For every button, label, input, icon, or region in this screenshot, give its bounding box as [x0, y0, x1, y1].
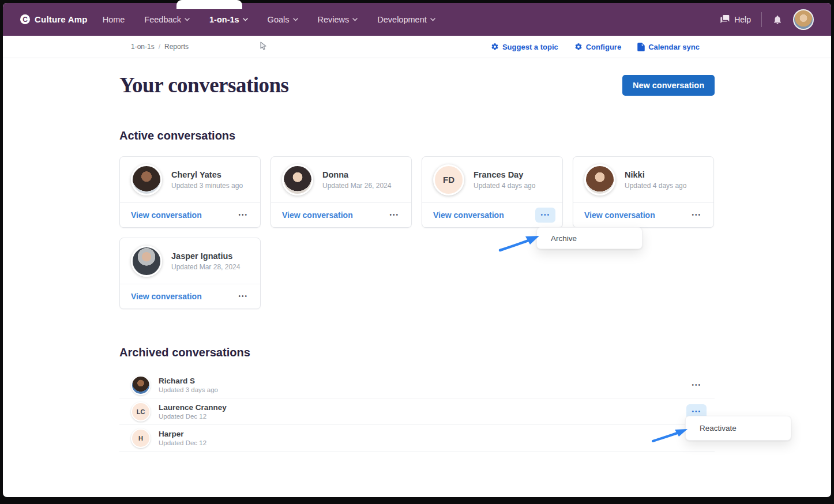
archive-menu-item[interactable]: Archive	[536, 227, 643, 249]
card-footer: View conversation •••	[422, 203, 562, 227]
browser-tab-remnant	[176, 0, 242, 9]
card-top: Jasper Ignatius Updated Mar 28, 2024	[120, 238, 260, 284]
avatar	[131, 246, 162, 277]
conversation-name: Nikki	[625, 170, 686, 179]
app-window: C Culture Amp Home Feedback 1-on-1s Goal…	[3, 3, 831, 497]
card-footer: View conversation •••	[573, 203, 713, 227]
view-conversation-link[interactable]: View conversation	[584, 210, 655, 220]
nav-item-goals[interactable]: Goals	[268, 15, 298, 24]
conversation-name: Frances Day	[474, 170, 535, 179]
archived-row-harper: H Harper Updated Dec 12	[119, 425, 715, 452]
gear-icon	[491, 43, 499, 51]
help-button[interactable]: Help	[720, 15, 751, 24]
main-content: Your conversations New conversation Acti…	[3, 73, 831, 452]
nav-item-label: 1-on-1s	[209, 15, 239, 24]
page-toolbar: Suggest a topic Configure Calendar sync	[491, 43, 700, 51]
breadcrumb-1-on-1s[interactable]: 1-on-1s	[131, 43, 155, 51]
avatar	[282, 164, 313, 195]
conversation-name: Harper	[159, 430, 206, 438]
conversation-card-jasper: Jasper Ignatius Updated Mar 28, 2024 Vie…	[119, 238, 261, 309]
nav-item-development[interactable]: Development	[377, 15, 435, 24]
archived-row-laurence: LC Laurence Cranney Updated Dec 12 •••	[119, 398, 715, 425]
help-label: Help	[734, 15, 751, 24]
user-avatar[interactable]	[793, 9, 814, 30]
conversation-updated: Updated 4 days ago	[625, 182, 686, 190]
suggest-topic-button[interactable]: Suggest a topic	[491, 43, 558, 51]
calendar-sync-label: Calendar sync	[648, 43, 700, 51]
conversation-name: Jasper Ignatius	[171, 251, 240, 261]
kebab-menu-button[interactable]: •••	[686, 208, 707, 223]
view-conversation-link[interactable]: View conversation	[131, 292, 202, 301]
conversation-card-donna: Donna Updated Mar 26, 2024 View conversa…	[271, 156, 412, 228]
conversation-updated: Updated Mar 28, 2024	[171, 263, 240, 271]
avatar-initials: LC	[131, 402, 151, 422]
avatar	[584, 164, 615, 195]
culture-amp-logo-icon: C	[20, 14, 30, 24]
breadcrumb: 1-on-1s / Reports	[131, 43, 189, 51]
card-top: Nikki Updated 4 days ago	[573, 157, 713, 203]
kebab-menu-button[interactable]: •••	[233, 289, 253, 304]
conversation-updated: Updated 3 minutes ago	[171, 182, 243, 190]
page-title: Your conversations	[119, 73, 289, 97]
gear-icon	[574, 43, 583, 51]
view-conversation-link[interactable]: View conversation	[282, 210, 353, 220]
kebab-menu-button[interactable]: •••	[686, 378, 707, 393]
chevron-down-icon	[352, 18, 358, 21]
kebab-menu-button[interactable]: •••	[233, 208, 253, 223]
title-row: Your conversations New conversation	[119, 73, 715, 97]
card-footer: View conversation •••	[120, 284, 260, 309]
document-icon	[637, 43, 645, 51]
kebab-menu-button[interactable]: •••	[384, 208, 404, 223]
conversation-updated: Updated Dec 12	[159, 439, 206, 446]
avatar-initials: FD	[433, 164, 464, 195]
card-top: FD Frances Day Updated 4 days ago	[422, 157, 562, 203]
top-navbar: C Culture Amp Home Feedback 1-on-1s Goal…	[3, 3, 831, 36]
conversation-updated: Updated Mar 26, 2024	[322, 182, 391, 190]
card-footer: View conversation •••	[120, 203, 260, 227]
conversation-updated: Updated 3 days ago	[159, 386, 218, 393]
calendar-sync-button[interactable]: Calendar sync	[637, 43, 700, 51]
configure-label: Configure	[586, 43, 621, 51]
view-conversation-link[interactable]: View conversation	[433, 210, 504, 220]
conversation-name: Donna	[322, 170, 391, 179]
card-top: Cheryl Yates Updated 3 minutes ago	[120, 157, 260, 203]
breadcrumb-separator: /	[159, 43, 160, 51]
kebab-menu-button-open[interactable]: •••	[535, 208, 555, 223]
breadcrumb-row: 1-on-1s / Reports Suggest a topic Config…	[3, 36, 831, 58]
chevron-down-icon	[430, 18, 435, 21]
chat-bubbles-icon	[720, 15, 730, 24]
conversation-updated: Updated Dec 12	[159, 413, 227, 420]
archived-row-richard: Richard S Updated 3 days ago •••	[119, 372, 715, 398]
archived-conversations-heading: Archived conversations	[119, 346, 715, 359]
nav-item-label: Development	[377, 15, 426, 24]
reactivate-menu-item[interactable]: Reactivate	[685, 416, 791, 441]
nav-right-group: Help	[720, 9, 814, 30]
conversation-name: Laurence Cranney	[159, 403, 227, 412]
brand-name: Culture Amp	[35, 14, 88, 24]
new-conversation-button[interactable]: New conversation	[622, 75, 715, 96]
nav-item-reviews[interactable]: Reviews	[318, 15, 358, 24]
suggest-topic-label: Suggest a topic	[502, 43, 558, 51]
configure-button[interactable]: Configure	[574, 43, 621, 51]
nav-item-label: Reviews	[318, 15, 350, 24]
nav-item-home[interactable]: Home	[103, 15, 125, 24]
avatar	[131, 164, 162, 195]
breadcrumb-reports[interactable]: Reports	[164, 43, 189, 51]
nav-divider	[761, 12, 762, 27]
bell-icon[interactable]	[772, 14, 783, 25]
card-footer: View conversation •••	[271, 203, 411, 227]
view-conversation-link[interactable]: View conversation	[131, 210, 202, 220]
archived-conversations-list: Richard S Updated 3 days ago ••• LC Laur…	[119, 372, 715, 452]
nav-item-label: Goals	[268, 15, 290, 24]
nav-item-feedback[interactable]: Feedback	[144, 15, 190, 24]
brand-logo[interactable]: C Culture Amp	[20, 14, 88, 24]
chevron-down-icon	[293, 18, 298, 21]
nav-item-1-on-1s[interactable]: 1-on-1s	[209, 15, 248, 24]
primary-nav: Home Feedback 1-on-1s Goals Reviews Deve…	[103, 15, 435, 24]
avatar-initials: H	[131, 428, 151, 448]
conversation-name: Cheryl Yates	[171, 170, 243, 179]
conversation-updated: Updated 4 days ago	[474, 182, 535, 190]
conversation-card-cheryl: Cheryl Yates Updated 3 minutes ago View …	[119, 156, 261, 228]
mouse-cursor-icon	[259, 42, 267, 51]
conversation-card-frances: FD Frances Day Updated 4 days ago View c…	[422, 156, 563, 228]
